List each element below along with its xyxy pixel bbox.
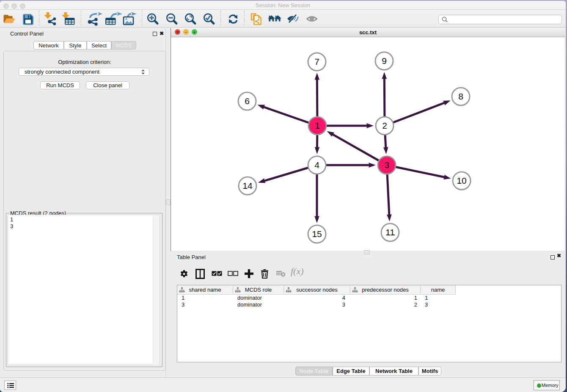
- svg-text:11: 11: [385, 227, 395, 237]
- svg-text:7: 7: [314, 57, 319, 66]
- svg-text:14: 14: [242, 181, 253, 190]
- svg-text:4: 4: [314, 160, 319, 170]
- svg-text:3: 3: [384, 160, 389, 170]
- svg-text:9: 9: [382, 56, 387, 66]
- svg-text:8: 8: [458, 91, 463, 101]
- svg-text:10: 10: [457, 176, 466, 185]
- svg-text:6: 6: [245, 96, 250, 106]
- svg-text:1: 1: [315, 121, 320, 130]
- svg-text:2: 2: [382, 121, 387, 130]
- svg-text:15: 15: [312, 229, 322, 239]
